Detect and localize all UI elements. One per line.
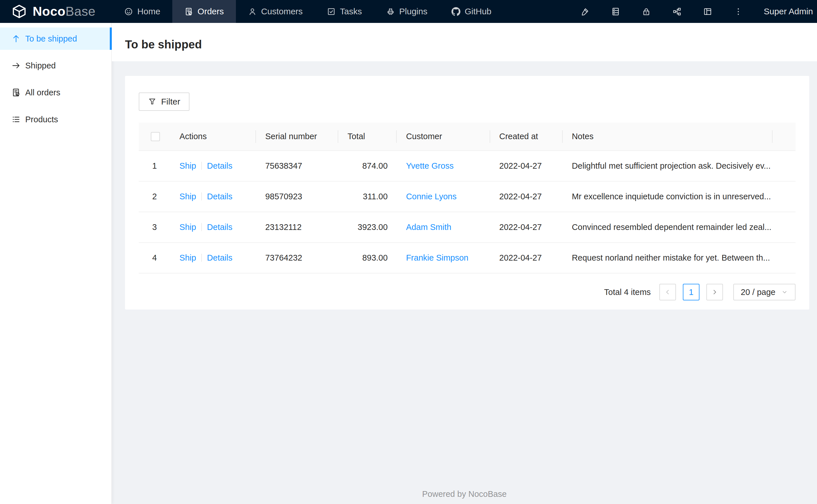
ship-link[interactable]: Ship xyxy=(179,192,196,201)
unordered-list-icon xyxy=(11,115,21,124)
layout-icon[interactable] xyxy=(703,7,712,16)
sidebar-item-label: All orders xyxy=(25,88,60,97)
table-row: 3ShipDetails231321123923.00Adam Smith202… xyxy=(139,212,796,243)
total-cell: 893.00 xyxy=(338,243,397,273)
top-navbar: NocoBase HomeOrdersCustomersTasksPlugins… xyxy=(0,0,817,23)
table-header: ActionsSerial numberTotalCustomerCreated… xyxy=(139,123,796,151)
table-row: 4ShipDetails73764232893.00Frankie Simpso… xyxy=(139,243,796,273)
nav-item-tasks[interactable]: Tasks xyxy=(315,0,374,23)
arrow-right-icon xyxy=(11,61,21,70)
nav-spacer xyxy=(503,0,580,23)
page-size-select[interactable]: 20 / page xyxy=(733,284,796,300)
nav-item-label: Tasks xyxy=(340,7,362,16)
ellipsis-vertical-icon[interactable] xyxy=(734,7,743,16)
action-divider xyxy=(201,162,202,170)
details-link[interactable]: Details xyxy=(207,161,233,170)
action-divider xyxy=(201,223,202,231)
ship-link[interactable]: Ship xyxy=(179,161,196,170)
nav-item-label: GitHub xyxy=(465,7,491,16)
file-done-icon xyxy=(184,7,193,16)
cube-logo-icon xyxy=(11,4,27,19)
user-menu[interactable]: Super Admin xyxy=(764,0,817,23)
ship-link[interactable]: Ship xyxy=(179,253,196,262)
arrow-up-icon xyxy=(11,34,21,43)
nav-item-label: Plugins xyxy=(399,7,427,16)
nav-item-orders[interactable]: Orders xyxy=(172,0,236,23)
customer-cell: Adam Smith xyxy=(397,212,490,243)
ship-link[interactable]: Ship xyxy=(179,223,196,232)
nav-item-home[interactable]: Home xyxy=(112,0,172,23)
column-header-created-at: Created at xyxy=(490,123,563,151)
customer-cell: Yvette Gross xyxy=(397,151,490,181)
pagination-prev-button[interactable] xyxy=(659,284,676,300)
page-title: To be shipped xyxy=(125,38,202,51)
notes-cell: Request norland neither mistake for yet.… xyxy=(563,243,773,273)
logo-text-light: Base xyxy=(66,4,96,19)
lock-icon[interactable] xyxy=(642,7,651,16)
apartment-icon[interactable] xyxy=(672,7,682,16)
created-at-cell: 2022-04-27 xyxy=(490,151,563,181)
customer-link[interactable]: Adam Smith xyxy=(406,223,451,232)
column-header-actions: Actions xyxy=(170,123,256,151)
serial-number-cell: 98570923 xyxy=(256,181,338,212)
user-icon xyxy=(248,7,257,16)
filler-cell xyxy=(773,151,796,181)
row-index: 4 xyxy=(139,243,170,273)
pagination-total: Total 4 items xyxy=(604,288,651,297)
smile-icon xyxy=(124,7,133,16)
powered-by-footer: Powered by NocoBase xyxy=(112,484,817,504)
row-actions: ShipDetails xyxy=(170,243,256,273)
row-index: 2 xyxy=(139,181,170,212)
details-link[interactable]: Details xyxy=(207,223,233,232)
nav-item-plugins[interactable]: Plugins xyxy=(374,0,439,23)
logo-text: NocoBase xyxy=(33,4,95,19)
funnel-icon xyxy=(148,97,156,106)
page-header: To be shipped xyxy=(112,23,817,61)
pagination-current-page: 1 xyxy=(689,288,694,297)
column-header-filler xyxy=(773,123,796,151)
filter-button[interactable]: Filter xyxy=(139,92,189,111)
serial-number-cell: 23132112 xyxy=(256,212,338,243)
serial-number-cell: 73764232 xyxy=(256,243,338,273)
nocobase-logo[interactable]: NocoBase xyxy=(0,0,112,23)
row-actions: ShipDetails xyxy=(170,181,256,212)
database-icon[interactable] xyxy=(611,7,621,16)
details-link[interactable]: Details xyxy=(207,253,233,262)
pagination-page-1[interactable]: 1 xyxy=(683,284,700,300)
sidebar-item-shipped[interactable]: Shipped xyxy=(0,54,111,77)
filter-button-label: Filter xyxy=(161,97,180,107)
column-header-total: Total xyxy=(338,123,397,151)
row-index: 1 xyxy=(139,151,170,181)
sidebar-item-label: Shipped xyxy=(25,61,56,70)
customer-cell: Connie Lyons xyxy=(397,181,490,212)
nav-item-customers[interactable]: Customers xyxy=(236,0,315,23)
table-row: 2ShipDetails98570923311.00Connie Lyons20… xyxy=(139,181,796,212)
caret-down-icon xyxy=(781,289,788,296)
highlight-pen-icon[interactable] xyxy=(580,7,590,16)
sidebar-item-all-orders[interactable]: All orders xyxy=(0,81,111,104)
select-all-checkbox[interactable] xyxy=(151,132,160,141)
content-area: To be shipped Filter ActionsSerial numbe… xyxy=(112,23,817,504)
pagination-next-button[interactable] xyxy=(706,284,723,300)
customer-link[interactable]: Frankie Simpson xyxy=(406,253,468,262)
sidebar-item-to-be-shipped[interactable]: To be shipped xyxy=(0,27,111,50)
column-header-customer: Customer xyxy=(397,123,490,151)
row-actions: ShipDetails xyxy=(170,151,256,181)
select-all-header-cell xyxy=(139,123,170,151)
total-cell: 311.00 xyxy=(338,181,397,212)
sidebar: To be shippedShippedAll ordersProducts xyxy=(0,23,112,504)
check-square-icon xyxy=(327,7,336,16)
user-name: Super Admin xyxy=(764,7,813,16)
column-header-serial-number: Serial number xyxy=(256,123,338,151)
customer-link[interactable]: Yvette Gross xyxy=(406,161,453,170)
chevron-left-icon xyxy=(664,288,671,296)
nav-item-github[interactable]: GitHub xyxy=(439,0,503,23)
created-at-cell: 2022-04-27 xyxy=(490,212,563,243)
details-link[interactable]: Details xyxy=(207,192,233,201)
sidebar-item-products[interactable]: Products xyxy=(0,108,111,131)
nav-action-icons xyxy=(580,0,743,23)
sidebar-menu: To be shippedShippedAll ordersProducts xyxy=(0,27,111,131)
table-row: 1ShipDetails75638347874.00Yvette Gross20… xyxy=(139,151,796,181)
customer-link[interactable]: Connie Lyons xyxy=(406,192,456,201)
total-cell: 874.00 xyxy=(338,151,397,181)
